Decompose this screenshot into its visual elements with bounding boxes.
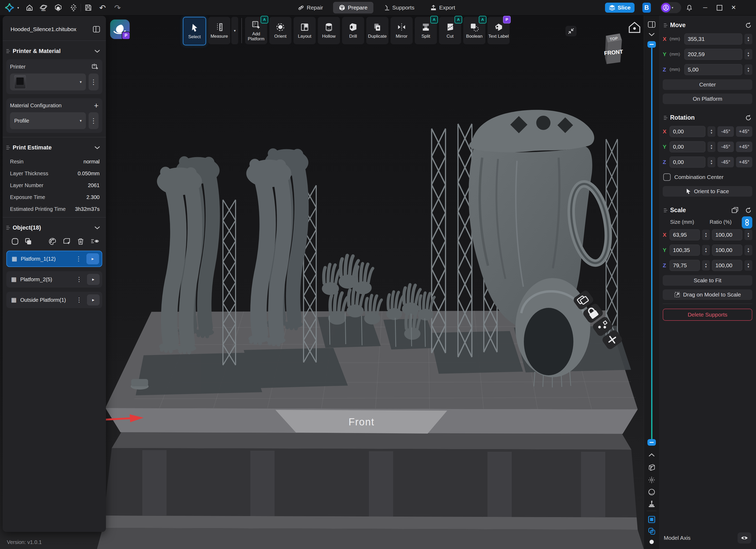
stepper-down-icon[interactable]: ▾: [705, 265, 707, 268]
scale-x-ratio-stepper[interactable]: ▴ ▾: [744, 230, 752, 240]
copy-scale-icon[interactable]: [731, 207, 739, 214]
chevron-up-icon[interactable]: [648, 453, 655, 457]
drag-grip-icon[interactable]: [664, 116, 667, 120]
object-menu-icon[interactable]: ⋮: [75, 296, 83, 304]
b-app-badge[interactable]: B: [642, 3, 651, 13]
printer-menu-button[interactable]: ⋮: [89, 74, 99, 90]
rotate-x-minus45-button[interactable]: -45°: [718, 126, 734, 137]
profile-menu-button[interactable]: ⋮: [89, 112, 99, 129]
object-menu-icon[interactable]: ⋮: [74, 255, 83, 263]
uniform-scale-link-toggle[interactable]: [742, 216, 752, 229]
scale-z-ratio-input[interactable]: [712, 260, 742, 271]
move-z-stepper[interactable]: ▴ ▾: [744, 64, 752, 75]
stepper-down-icon[interactable]: ▾: [711, 162, 712, 165]
slice-button[interactable]: Slice: [605, 3, 635, 13]
scale-z-size-stepper[interactable]: ▴ ▾: [702, 260, 710, 271]
rma-globe-button[interactable]: RMA: [38, 0, 49, 15]
redo-button[interactable]: ↷: [112, 0, 123, 15]
tool-select[interactable]: Select: [183, 17, 206, 45]
delete-supports-button[interactable]: Delete Supports: [663, 309, 752, 321]
stepper-down-icon[interactable]: ▾: [748, 54, 749, 57]
object-item-platform-2[interactable]: ▦ Platform_2(5) ⋮ ►: [6, 271, 102, 288]
scale-y-size-stepper[interactable]: ▴ ▾: [702, 245, 710, 255]
select-all-icon[interactable]: [11, 237, 19, 245]
add-to-platform-icon[interactable]: [63, 237, 71, 245]
object-item-platform-1[interactable]: ▦ Platform_1(12) ⋮ ►: [6, 251, 102, 267]
object-menu-icon[interactable]: ⋮: [75, 276, 83, 283]
chevron-down-icon[interactable]: [94, 146, 100, 149]
scale-z-ratio-stepper[interactable]: ▴ ▾: [744, 260, 752, 271]
orbit-gizmo-icon[interactable]: [648, 476, 656, 484]
add-material-icon[interactable]: +: [94, 103, 99, 108]
collapse-sidebar-icon[interactable]: [93, 26, 100, 33]
move-z-input[interactable]: [684, 64, 742, 75]
drag-grip-icon[interactable]: [664, 208, 667, 212]
tool-drill[interactable]: Drill: [342, 17, 364, 44]
tool-split[interactable]: A Split: [415, 17, 437, 44]
notifications-bell[interactable]: [684, 0, 695, 15]
printer-select[interactable]: ▾: [10, 74, 86, 90]
move-x-input[interactable]: [684, 33, 742, 45]
stepper-down-icon[interactable]: ▾: [748, 250, 749, 253]
stepper-down-icon[interactable]: ▾: [705, 250, 707, 253]
reset-scale-icon[interactable]: [745, 207, 752, 214]
support-view-icon[interactable]: [648, 500, 656, 508]
tool-text-label[interactable]: P Text Label: [487, 17, 510, 44]
chevron-down-icon[interactable]: [94, 226, 100, 229]
move-y-stepper[interactable]: ▴ ▾: [744, 49, 752, 60]
copy-objects-icon[interactable]: [24, 237, 32, 245]
chevron-down-icon[interactable]: [648, 33, 655, 36]
move-x-stepper[interactable]: ▴ ▾: [744, 34, 752, 44]
stepper-down-icon[interactable]: ▾: [748, 70, 749, 72]
object-expand-button[interactable]: ►: [87, 294, 100, 305]
minimize-button[interactable]: ─: [699, 0, 711, 15]
combination-center-checkbox[interactable]: [663, 173, 671, 181]
scale-x-size-stepper[interactable]: ▴ ▾: [702, 230, 710, 240]
tool-mirror[interactable]: Mirror: [391, 17, 413, 44]
scale-y-ratio-stepper[interactable]: ▴ ▾: [744, 245, 752, 255]
home-button[interactable]: [24, 0, 35, 15]
tab-prepare[interactable]: Prepare: [333, 2, 373, 13]
reset-move-icon[interactable]: [745, 22, 752, 29]
platform-view-toggle-icon[interactable]: [648, 516, 656, 523]
logo-menu-caret[interactable]: ▾: [15, 0, 22, 15]
tab-supports[interactable]: Supports: [378, 2, 420, 13]
rotate-y-plus45-button[interactable]: +45°: [736, 142, 752, 152]
orient-to-face-button[interactable]: Orient to Face: [663, 186, 752, 197]
palette-icon[interactable]: [48, 237, 56, 245]
rotation-x-stepper[interactable]: ▴ ▾: [708, 126, 715, 137]
stepper-down-icon[interactable]: ▾: [748, 265, 749, 268]
tool-cut[interactable]: A Cut: [439, 17, 461, 44]
scale-x-size-input[interactable]: [670, 229, 700, 240]
view-cube[interactable]: TOP FRONT: [604, 33, 623, 64]
material-sphere-icon[interactable]: [648, 488, 656, 496]
close-button[interactable]: ✕: [727, 0, 740, 15]
chevron-down-icon[interactable]: [94, 50, 100, 53]
tool-measure[interactable]: Measure: [208, 17, 230, 44]
tab-repair[interactable]: Repair: [292, 2, 329, 13]
scale-y-size-input[interactable]: [670, 245, 700, 256]
tool-layout[interactable]: Layout: [294, 17, 316, 44]
collapse-toolbar-button[interactable]: [565, 26, 577, 36]
drag-grip-icon[interactable]: [664, 23, 667, 27]
stepper-down-icon[interactable]: ▾: [748, 39, 749, 42]
delete-icon[interactable]: [77, 237, 84, 245]
sparkle-pattern-button[interactable]: [68, 0, 79, 15]
stepper-down-icon[interactable]: ▾: [711, 147, 712, 150]
rotation-z-stepper[interactable]: ▴ ▾: [708, 157, 715, 167]
tool-duplicate[interactable]: Duplicate: [366, 17, 388, 44]
drag-grip-icon[interactable]: [6, 49, 10, 53]
visibility-filter-icon[interactable]: [91, 237, 99, 245]
toggle-right-panel-icon[interactable]: [648, 21, 656, 28]
object-expand-button[interactable]: ►: [86, 253, 99, 264]
layer-slider-upper-handle[interactable]: [647, 41, 656, 48]
rotation-x-input[interactable]: [670, 126, 705, 137]
drag-grip-icon[interactable]: [6, 146, 10, 149]
object-item-outside-platform[interactable]: ▦ Outside Platform(1) ⋮ ►: [6, 292, 102, 308]
scale-y-ratio-input[interactable]: [712, 245, 742, 256]
rotation-y-stepper[interactable]: ▴ ▾: [708, 142, 715, 152]
rotate-x-plus45-button[interactable]: +45°: [736, 126, 752, 137]
drag-on-model-to-scale-button[interactable]: Drag on Model to Scale: [663, 289, 752, 300]
scale-z-size-input[interactable]: [670, 260, 700, 271]
stepper-down-icon[interactable]: ▾: [705, 235, 707, 238]
